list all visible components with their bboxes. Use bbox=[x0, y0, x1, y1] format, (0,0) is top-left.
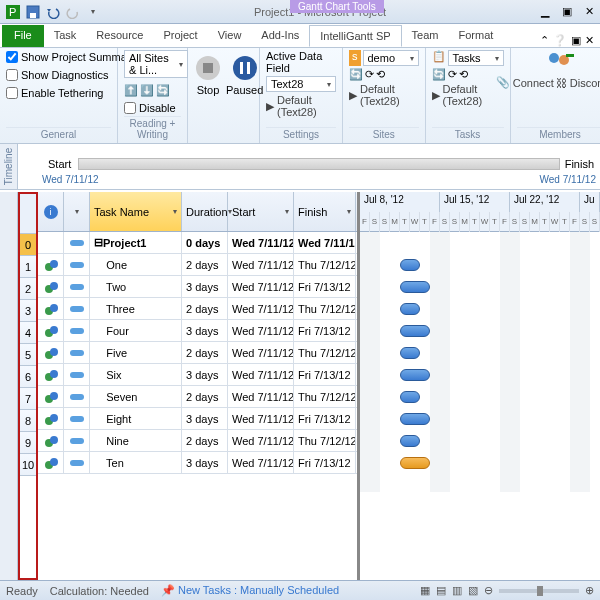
show-summary-checkbox[interactable]: Show Project Summary bbox=[6, 50, 136, 64]
task-up-icon[interactable]: ⟳ bbox=[448, 68, 457, 81]
gantt-chart[interactable]: Jul 8, '12 Jul 15, '12 Jul 22, '12 Ju FS… bbox=[360, 192, 600, 580]
ribbon: Show Project Summary Show Diagnostics En… bbox=[0, 48, 600, 144]
gantt-bar[interactable] bbox=[400, 435, 420, 447]
save-button[interactable] bbox=[24, 3, 42, 21]
sync-down-icon[interactable]: ⟲ bbox=[376, 68, 385, 81]
table-row[interactable]: Nine2 daysWed 7/11/12Thu 7/12/12 bbox=[38, 430, 357, 452]
view-shortcut-3[interactable]: ▥ bbox=[452, 584, 462, 597]
close-button[interactable]: ✕ bbox=[578, 3, 600, 21]
row-header[interactable]: 7 bbox=[20, 388, 36, 410]
refresh-icon[interactable]: 🔄 bbox=[156, 84, 170, 97]
view-shortcut-1[interactable]: ▦ bbox=[420, 584, 430, 597]
row-header[interactable]: 4 bbox=[20, 322, 36, 344]
undo-button[interactable] bbox=[44, 3, 62, 21]
tab-team[interactable]: Team bbox=[402, 25, 449, 47]
sync-icon[interactable]: 🔄 bbox=[349, 68, 363, 81]
gantt-bar[interactable] bbox=[400, 457, 430, 469]
view-shortcut-4[interactable]: ▧ bbox=[468, 584, 478, 597]
project-icon: P bbox=[4, 3, 22, 21]
table-row[interactable]: ⊟ Project10 daysWed 7/11/12Wed 7/11/12 bbox=[38, 232, 357, 254]
file-tab[interactable]: File bbox=[2, 25, 44, 47]
paused-button[interactable]: Paused bbox=[226, 50, 263, 96]
disable-checkbox[interactable]: Disable bbox=[124, 101, 176, 115]
row-header[interactable]: 10 bbox=[20, 454, 36, 476]
help-icon[interactable]: ❔ bbox=[553, 34, 567, 47]
sync-up-icon[interactable]: ⟳ bbox=[365, 68, 374, 81]
table-row[interactable]: Seven2 daysWed 7/11/12Thu 7/12/12 bbox=[38, 386, 357, 408]
tab-intelligantt[interactable]: IntelliGantt SP bbox=[309, 25, 401, 47]
qat-customize[interactable]: ▾ bbox=[84, 3, 102, 21]
gantt-bar[interactable] bbox=[400, 347, 420, 359]
table-row[interactable]: Six3 daysWed 7/11/12Fri 7/13/12 bbox=[38, 364, 357, 386]
doc-restore-icon[interactable]: ▣ bbox=[571, 34, 581, 47]
col-duration[interactable]: Duration▾ bbox=[182, 192, 228, 231]
zoom-in[interactable]: ⊕ bbox=[585, 584, 594, 597]
sites-default[interactable]: ▶ Default (Text28) bbox=[349, 83, 419, 107]
svg-rect-14 bbox=[70, 240, 84, 246]
row-header[interactable]: 2 bbox=[20, 278, 36, 300]
tab-addins[interactable]: Add-Ins bbox=[251, 25, 309, 47]
show-diag-checkbox[interactable]: Show Diagnostics bbox=[6, 68, 108, 82]
table-row[interactable]: Five2 daysWed 7/11/12Thu 7/12/12 bbox=[38, 342, 357, 364]
col-finish[interactable]: Finish▾ bbox=[294, 192, 356, 231]
row-header[interactable]: 3 bbox=[20, 300, 36, 322]
row-header[interactable]: 5 bbox=[20, 344, 36, 366]
disconnect-button[interactable]: ⛓Disconnect bbox=[556, 76, 600, 89]
gantt-bar[interactable] bbox=[400, 281, 430, 293]
table-row[interactable]: Four3 daysWed 7/11/12Fri 7/13/12 bbox=[38, 320, 357, 342]
timeline-pane-label[interactable]: Timeline bbox=[0, 144, 18, 189]
minimize-ribbon-icon[interactable]: ⌃ bbox=[540, 34, 549, 47]
table-row[interactable]: Ten3 daysWed 7/11/12Fri 7/13/12 bbox=[38, 452, 357, 474]
gantt-timescale[interactable]: Jul 8, '12 Jul 15, '12 Jul 22, '12 Ju FS… bbox=[360, 192, 600, 232]
zoom-out[interactable]: ⊖ bbox=[484, 584, 493, 597]
col-name[interactable]: Task Name▾ bbox=[90, 192, 182, 231]
table-row[interactable]: Eight3 daysWed 7/11/12Fri 7/13/12 bbox=[38, 408, 357, 430]
status-sched[interactable]: 📌 New Tasks : Manually Scheduled bbox=[161, 584, 339, 597]
redo-button[interactable] bbox=[64, 3, 82, 21]
row-header[interactable]: 0 bbox=[20, 234, 36, 256]
gantt-bar[interactable] bbox=[400, 325, 430, 337]
tab-resource[interactable]: Resource bbox=[86, 25, 153, 47]
row-header[interactable]: 6 bbox=[20, 366, 36, 388]
gantt-bar[interactable] bbox=[400, 369, 430, 381]
table-row[interactable]: Three2 daysWed 7/11/12Thu 7/12/12 bbox=[38, 298, 357, 320]
timeline[interactable]: Start Finish Wed 7/11/12 Wed 7/11/12 bbox=[18, 144, 600, 189]
doc-close-icon[interactable]: ✕ bbox=[585, 34, 594, 47]
gantt-bar[interactable] bbox=[400, 259, 420, 271]
gantt-bar[interactable] bbox=[400, 303, 420, 315]
down-icon[interactable]: ⬇️ bbox=[140, 84, 154, 97]
tasks-default[interactable]: ▶ Default (Text28) bbox=[432, 83, 504, 107]
tab-project[interactable]: Project bbox=[153, 25, 207, 47]
timeline-bar[interactable] bbox=[78, 158, 560, 170]
col-mode[interactable]: ▾ bbox=[64, 192, 90, 231]
gantt-chart-pane-label[interactable] bbox=[0, 192, 18, 580]
settings-default[interactable]: ▶ Default (Text28) bbox=[266, 94, 336, 118]
connect-button[interactable]: 📎Connect bbox=[496, 76, 554, 89]
task-sync-icon[interactable]: 🔄 bbox=[432, 68, 446, 81]
up-icon[interactable]: ⬆️ bbox=[124, 84, 138, 97]
zoom-slider[interactable] bbox=[499, 589, 579, 593]
col-start[interactable]: Start▾ bbox=[228, 192, 294, 231]
tab-task[interactable]: Task bbox=[44, 25, 87, 47]
gantt-bar[interactable] bbox=[400, 391, 420, 403]
gantt-bar[interactable] bbox=[400, 413, 430, 425]
table-row[interactable]: Two3 daysWed 7/11/12Fri 7/13/12 bbox=[38, 276, 357, 298]
sites-dropdown[interactable]: All Sites & Li...▾ bbox=[124, 50, 188, 78]
col-info[interactable]: i bbox=[38, 192, 64, 231]
tasks-dropdown[interactable]: Tasks▾ bbox=[448, 50, 504, 66]
stop-button[interactable]: Stop bbox=[194, 50, 222, 96]
tab-format[interactable]: Format bbox=[449, 25, 504, 47]
row-header[interactable]: 8 bbox=[20, 410, 36, 432]
demo-dropdown[interactable]: demo▾ bbox=[363, 50, 419, 66]
enable-tether-checkbox[interactable]: Enable Tethering bbox=[6, 86, 103, 100]
row-header[interactable]: 1 bbox=[20, 256, 36, 278]
minimize-button[interactable]: ▁ bbox=[534, 3, 556, 21]
row-header[interactable]: 9 bbox=[20, 432, 36, 454]
tab-view[interactable]: View bbox=[208, 25, 252, 47]
field-dropdown[interactable]: Text28▾ bbox=[266, 76, 336, 92]
table-row[interactable]: One2 daysWed 7/11/12Thu 7/12/12 bbox=[38, 254, 357, 276]
restore-button[interactable]: ▣ bbox=[556, 3, 578, 21]
view-shortcut-2[interactable]: ▤ bbox=[436, 584, 446, 597]
task-down-icon[interactable]: ⟲ bbox=[459, 68, 468, 81]
members-icon[interactable] bbox=[546, 50, 574, 74]
